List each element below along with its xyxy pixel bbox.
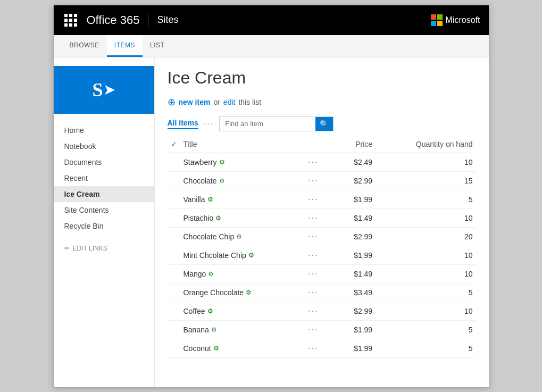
- item-context-menu[interactable]: ···: [306, 344, 320, 353]
- item-edit-icon[interactable]: ⚙: [219, 159, 225, 166]
- item-name-text: Orange Chocolate: [184, 288, 244, 297]
- row-price: $1.49: [336, 208, 376, 227]
- item-context-menu[interactable]: ···: [306, 269, 320, 278]
- row-qty: 10: [376, 208, 476, 227]
- table-row: Coconut ⚙ ··· $1.99 5: [168, 339, 476, 357]
- table-row: Coffee ⚙ ··· $2.99 10: [168, 302, 476, 320]
- item-edit-icon[interactable]: ⚙: [215, 214, 221, 222]
- sharepoint-logo: S ➤: [54, 66, 154, 114]
- item-name-text: Chocolate: [184, 177, 217, 185]
- row-dots: ···: [303, 227, 336, 246]
- row-qty: 5: [376, 320, 476, 339]
- ms-sq-green: [437, 14, 443, 20]
- sidebar-item-home[interactable]: Home: [54, 122, 154, 138]
- table-row: Mango ⚙ ··· $1.49 10: [168, 264, 476, 283]
- col-dots-header: [303, 136, 336, 153]
- tab-browse[interactable]: BROWSE: [62, 35, 107, 57]
- page-title: Ice Cream: [168, 68, 476, 88]
- sidebar-item-ice-cream[interactable]: Ice Cream: [54, 186, 154, 202]
- search-button[interactable]: 🔍: [315, 117, 333, 131]
- sp-s-letter: S: [92, 79, 103, 101]
- microsoft-label: Microsoft: [446, 15, 480, 25]
- row-dots: ···: [303, 171, 336, 190]
- microsoft-logo: Microsoft: [431, 14, 480, 26]
- item-context-menu[interactable]: ···: [306, 288, 320, 297]
- search-input[interactable]: [220, 117, 315, 130]
- item-edit-icon[interactable]: ⚙: [246, 289, 252, 296]
- row-check: [168, 302, 180, 320]
- table-row: Chocolate ⚙ ··· $2.99 15: [168, 171, 476, 190]
- item-name-text: Vanilla: [184, 195, 205, 204]
- edit-links-label: EDIT LINKS: [73, 245, 107, 252]
- app-window: Office 365 Sites Microsoft BROWSE ITEMS …: [53, 5, 489, 388]
- item-context-menu[interactable]: ···: [306, 157, 320, 166]
- item-context-menu[interactable]: ···: [306, 195, 320, 204]
- edit-list-link[interactable]: edit: [223, 98, 236, 106]
- edit-links-button[interactable]: ✏ EDIT LINKS: [54, 238, 154, 258]
- item-context-menu[interactable]: ···: [306, 232, 320, 241]
- tab-items[interactable]: ITEMS: [107, 35, 143, 57]
- row-title: Mint Chcolate Chip ⚙: [180, 246, 303, 264]
- row-price: $2.99: [336, 302, 376, 320]
- table-row: Pistachio ⚙ ··· $1.49 10: [168, 208, 476, 227]
- row-check: [168, 339, 180, 357]
- top-bar-divider: [148, 13, 148, 28]
- sidebar-item-site-contents[interactable]: Site Contents: [54, 202, 154, 218]
- row-qty: 5: [376, 283, 476, 302]
- item-name-text: Coconut: [184, 344, 211, 353]
- table-row: Stawberry ⚙ ··· $2.49 10: [168, 153, 476, 171]
- item-edit-icon[interactable]: ⚙: [248, 252, 254, 259]
- row-title: Coffee ⚙: [180, 302, 303, 320]
- row-title: Coconut ⚙: [180, 339, 303, 357]
- item-edit-icon[interactable]: ⚙: [207, 307, 213, 315]
- row-check: [168, 264, 180, 283]
- row-title: Vanilla ⚙: [180, 190, 303, 208]
- sidebar-item-recent[interactable]: Recent: [54, 170, 154, 186]
- item-name-text: Stawberry: [184, 158, 217, 166]
- row-qty: 10: [376, 264, 476, 283]
- item-context-menu[interactable]: ···: [306, 251, 320, 260]
- row-title: Banana ⚙: [180, 320, 303, 339]
- item-name-text: Pistachio: [184, 214, 214, 222]
- col-price: Price: [336, 136, 376, 153]
- new-item-link[interactable]: new item: [179, 98, 211, 106]
- row-title: Chocolate ⚙: [180, 171, 303, 190]
- item-context-menu[interactable]: ···: [306, 213, 320, 222]
- item-edit-icon[interactable]: ⚙: [208, 270, 214, 278]
- item-context-menu[interactable]: ···: [306, 306, 320, 315]
- all-items-view[interactable]: All Items: [168, 119, 198, 129]
- item-context-menu[interactable]: ···: [306, 176, 320, 185]
- this-list-text: this list: [238, 98, 261, 106]
- new-item-bar: ⊕ new item or edit this list: [168, 96, 476, 108]
- main-content: Ice Cream ⊕ new item or edit this list A…: [155, 57, 489, 387]
- row-check: [168, 227, 180, 246]
- row-dots: ···: [303, 264, 336, 283]
- add-icon: ⊕: [168, 96, 176, 108]
- tab-list[interactable]: LIST: [143, 35, 172, 57]
- row-check: [168, 190, 180, 208]
- row-dots: ···: [303, 153, 336, 171]
- item-edit-icon[interactable]: ⚙: [219, 177, 225, 185]
- item-edit-icon[interactable]: ⚙: [207, 196, 213, 203]
- view-more-dots[interactable]: ···: [204, 119, 214, 129]
- sidebar-item-notebook[interactable]: Notebook: [54, 138, 154, 154]
- sidebar-item-recycle-bin[interactable]: Recycle Bin: [54, 218, 154, 234]
- row-price: $1.99: [336, 339, 376, 357]
- row-dots: ···: [303, 190, 336, 208]
- item-name-text: Mango: [184, 270, 206, 278]
- item-edit-icon[interactable]: ⚙: [211, 326, 217, 333]
- row-qty: 10: [376, 302, 476, 320]
- table-row: Chocolate Chip ⚙ ··· $2.99 20: [168, 227, 476, 246]
- item-context-menu[interactable]: ···: [306, 325, 320, 334]
- ms-sq-blue: [431, 21, 436, 26]
- row-dots: ···: [303, 246, 336, 264]
- or-text: or: [213, 98, 220, 106]
- row-check: [168, 320, 180, 339]
- app-grid-button[interactable]: [62, 12, 79, 29]
- row-qty: 5: [376, 339, 476, 357]
- item-edit-icon[interactable]: ⚙: [213, 345, 219, 352]
- sidebar-item-documents[interactable]: Documents: [54, 154, 154, 170]
- row-price: $1.49: [336, 264, 376, 283]
- item-edit-icon[interactable]: ⚙: [236, 233, 242, 240]
- row-check: [168, 171, 180, 190]
